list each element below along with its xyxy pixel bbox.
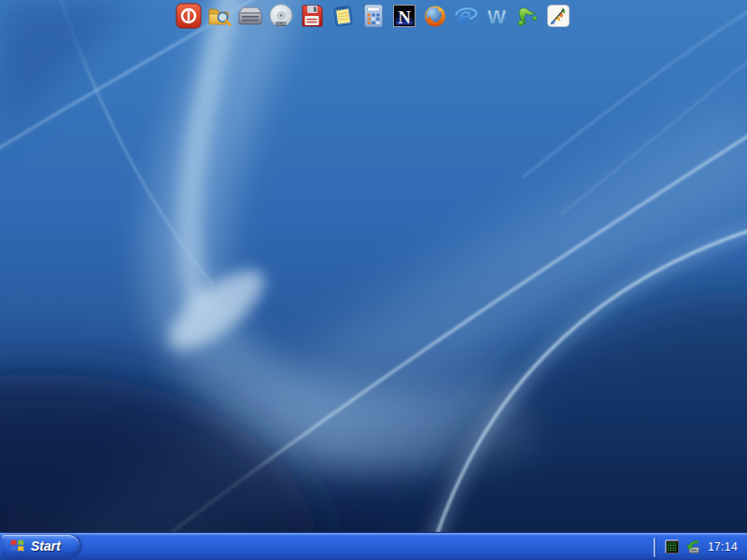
windows-flag-icon xyxy=(8,538,26,554)
tray-clock[interactable]: 17:14 xyxy=(706,540,738,553)
floppy-disk-icon[interactable] xyxy=(299,3,325,29)
launcher-dock: DVD-RW xyxy=(176,3,571,29)
system-tray: 17:14 xyxy=(654,534,747,560)
file-search-icon[interactable] xyxy=(206,3,233,29)
feather-draw-icon[interactable] xyxy=(545,3,571,29)
taskbar: Start xyxy=(0,532,747,560)
calculator-icon[interactable] xyxy=(360,3,387,29)
netscape-icon[interactable]: N xyxy=(391,3,417,29)
power-icon[interactable] xyxy=(176,3,202,29)
green-swoosh-icon[interactable] xyxy=(514,3,541,29)
svg-text:W: W xyxy=(487,6,506,27)
internet-explorer-icon[interactable]: e xyxy=(453,3,479,29)
start-label: Start xyxy=(31,539,61,554)
tray-divider xyxy=(654,538,656,557)
start-button[interactable]: Start xyxy=(2,535,79,557)
svg-text:e: e xyxy=(458,3,471,28)
dvd-disc-icon[interactable]: DVD-RW xyxy=(268,3,294,29)
word-w-icon[interactable]: W xyxy=(484,3,510,29)
firefox-icon[interactable] xyxy=(422,3,448,29)
desktop: DVD-RW xyxy=(0,0,747,560)
hard-drive-icon[interactable] xyxy=(237,3,263,29)
svg-text:N: N xyxy=(398,7,411,27)
device-update-icon[interactable] xyxy=(685,539,700,554)
notepad-icon[interactable] xyxy=(330,3,356,29)
wallpaper-image xyxy=(0,0,747,560)
led-grid-icon[interactable] xyxy=(665,539,680,554)
svg-text:DVD-RW: DVD-RW xyxy=(275,22,287,26)
